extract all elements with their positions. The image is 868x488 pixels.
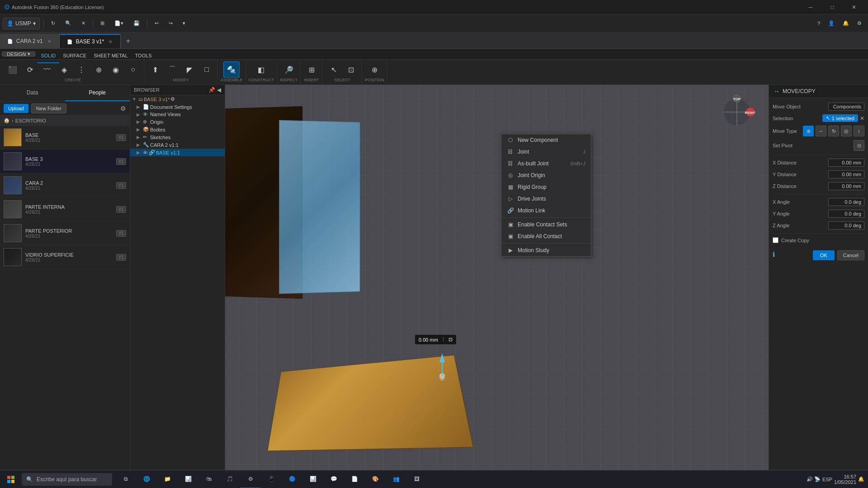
file-menu-button[interactable]: 📄▾ xyxy=(111,17,127,30)
redo-button[interactable]: ↪ xyxy=(165,17,176,30)
move-type-along-btn[interactable]: ↔ xyxy=(816,126,826,136)
task-view-button[interactable]: ⧉ xyxy=(116,470,136,488)
browser-item-base[interactable]: ▶ 👁 🔗 BASE v1:1 xyxy=(130,149,225,156)
undo-history-button[interactable]: ▾ xyxy=(179,17,189,30)
browser-item-cara2[interactable]: ▶ 🔧 CARA 2 v1:1 xyxy=(130,141,225,149)
fusion-button[interactable]: ⚙ xyxy=(241,470,260,488)
close-button[interactable]: ✕ xyxy=(844,0,864,14)
browser-item-bodies[interactable]: ▶ 📦 Bodies xyxy=(130,126,225,133)
menu-item-enable-all-contact[interactable]: ▣ Enable All Contact xyxy=(501,230,591,242)
x-distance-input[interactable] xyxy=(828,159,864,167)
position-button[interactable]: ⊕ xyxy=(367,61,383,78)
move-type-free-btn[interactable]: ⊕ xyxy=(803,126,814,136)
list-item[interactable]: PARTE INTERNA 4/26/21 V1 xyxy=(0,197,130,221)
list-item[interactable]: BASE 3 4/26/21 V1 xyxy=(0,150,130,174)
teams-button[interactable]: 💬 xyxy=(324,470,344,488)
hole-button[interactable]: ○ xyxy=(125,61,141,78)
help-button[interactable]: ? xyxy=(814,17,824,30)
tab-add-button[interactable]: + xyxy=(121,34,135,48)
save-button[interactable]: 💾 xyxy=(130,17,143,30)
minimize-button[interactable]: ─ xyxy=(800,0,821,14)
clear-selection-icon[interactable]: ✕ xyxy=(860,115,864,122)
shell-button[interactable]: □ xyxy=(198,61,215,78)
list-item[interactable]: PARTE POSTERIOR 4/26/21 V1 xyxy=(0,221,130,245)
close-panel-button[interactable]: ✕ xyxy=(78,17,89,30)
create-copy-checkbox[interactable] xyxy=(773,237,778,243)
select-button[interactable]: ↖ xyxy=(326,61,342,78)
z-distance-input[interactable] xyxy=(828,182,864,190)
tab-close-base3[interactable]: ✕ xyxy=(108,38,113,45)
chamfer-button[interactable]: ◤ xyxy=(181,61,198,78)
menu-item-motion-link[interactable]: 🔗 Motion Link xyxy=(501,205,591,216)
compass-gizmo[interactable]: TOP RIGHT xyxy=(719,94,755,130)
tab-data[interactable]: Data xyxy=(0,85,65,101)
revolve-button[interactable]: ⟳ xyxy=(22,61,38,78)
notification-bell-icon[interactable]: 🔔 xyxy=(858,476,864,482)
move-type-point-btn[interactable]: ◎ xyxy=(841,126,852,136)
emboss-button[interactable]: ◉ xyxy=(108,61,124,78)
search-button[interactable]: 🔍 xyxy=(61,17,75,30)
tab-close-cara2[interactable]: ✕ xyxy=(47,38,52,45)
settings-button[interactable]: ⚙ xyxy=(854,17,865,30)
list-item[interactable]: BASE 4/26/21 V1 xyxy=(0,126,130,150)
maximize-button[interactable]: □ xyxy=(822,0,843,14)
tab-cara2[interactable]: 📄 CARA 2 v1 ✕ xyxy=(0,34,60,48)
refresh-button[interactable]: ↻ xyxy=(47,17,59,30)
menu-item-joint[interactable]: ⛓ Joint J xyxy=(501,146,591,158)
menu-item-new-component[interactable]: ⬡ New Component xyxy=(501,134,591,146)
y-angle-input[interactable] xyxy=(828,210,864,218)
tab-base3[interactable]: 📄 BASE 3 v1* ✕ xyxy=(60,34,121,48)
edge-button[interactable]: 🌐 xyxy=(137,470,156,488)
taskbar-search[interactable]: 🔍 Escribe aquí para buscar xyxy=(22,473,112,486)
loft-button[interactable]: ◈ xyxy=(56,61,72,78)
cancel-button[interactable]: Cancel xyxy=(837,250,864,260)
viewport[interactable]: 0.00 mm ⋮ ⊡ BROWSER 📌 ◀ ▼ 🗂 BASE 3 v1* ⚙ xyxy=(130,85,769,484)
rib-button[interactable]: ⋮ xyxy=(73,61,90,78)
drawing-button[interactable]: 🎨 xyxy=(365,470,385,488)
account-button[interactable]: 👤 xyxy=(825,17,838,30)
word-button[interactable]: 📄 xyxy=(344,470,364,488)
sweep-button[interactable]: 〰 xyxy=(39,61,55,78)
browser-item-origin[interactable]: ▶ ⊕ Origin xyxy=(130,118,225,126)
menu-item-joint-origin[interactable]: ◎ Joint Origin xyxy=(501,169,591,181)
list-item[interactable]: CARA 2 4/26/21 V1 xyxy=(0,174,130,197)
design-mode-button[interactable]: DESIGN ▾ xyxy=(2,52,35,56)
user-menu-button[interactable]: 👤 USMP ▾ xyxy=(3,18,40,29)
fillet-button[interactable]: ⌒ xyxy=(164,61,180,78)
browser-item-named-views[interactable]: ▶ 👁 Named Views xyxy=(130,111,225,118)
teams2-button[interactable]: 👥 xyxy=(386,470,406,488)
start-button[interactable] xyxy=(0,470,22,488)
move-type-normal-btn[interactable]: ↕ xyxy=(854,126,864,136)
notification-button[interactable]: 🔔 xyxy=(839,17,853,30)
menu-item-drive-joints[interactable]: ▷ Drive Joints xyxy=(501,193,591,205)
menu-item-motion-study[interactable]: ▶ Motion Study xyxy=(501,244,591,256)
move-type-rotate-btn[interactable]: ↻ xyxy=(828,126,839,136)
browser-root-item[interactable]: ▼ 🗂 BASE 3 v1* ⚙ xyxy=(130,95,225,103)
assemble-button[interactable]: 🔩 xyxy=(223,61,240,78)
info-icon[interactable]: ℹ xyxy=(773,251,775,258)
set-pivot-button[interactable]: ⊙ xyxy=(854,140,864,151)
undo-button[interactable]: ↩ xyxy=(151,17,162,30)
home-icon[interactable]: 🏠 xyxy=(4,117,10,123)
measurement-expand-icon[interactable]: ⊡ xyxy=(448,337,453,343)
excel-button[interactable]: 📊 xyxy=(178,470,198,488)
chrome-button[interactable]: 🔵 xyxy=(282,470,302,488)
insert-button[interactable]: ⊞ xyxy=(303,61,320,78)
media-button[interactable]: 🎵 xyxy=(220,470,240,488)
move-gizmo[interactable] xyxy=(429,349,456,385)
store-button[interactable]: 🛍 xyxy=(199,470,219,488)
browser-collapse-icon[interactable]: ◀ xyxy=(217,87,221,93)
apps-button[interactable]: 📱 xyxy=(261,470,281,488)
grid-view-button[interactable]: ⊞ xyxy=(97,17,108,30)
ok-button[interactable]: OK xyxy=(813,250,835,260)
menu-item-rigid-group[interactable]: ▦ Rigid Group xyxy=(501,181,591,193)
browser-item-doc-settings[interactable]: ▶ 📄 Document Settings xyxy=(130,103,225,111)
measurement-menu-icon[interactable]: ⋮ xyxy=(441,337,446,343)
x-angle-input[interactable] xyxy=(828,198,864,206)
browser-pin-icon[interactable]: 📌 xyxy=(208,87,215,93)
select2-button[interactable]: ⊡ xyxy=(343,61,359,78)
list-item[interactable]: VIDRIO SUPERFICIE 4/26/21 V1 xyxy=(0,245,130,269)
z-angle-input[interactable] xyxy=(828,221,864,230)
tab-people[interactable]: People xyxy=(65,85,130,101)
upload-button[interactable]: Upload xyxy=(4,104,28,113)
